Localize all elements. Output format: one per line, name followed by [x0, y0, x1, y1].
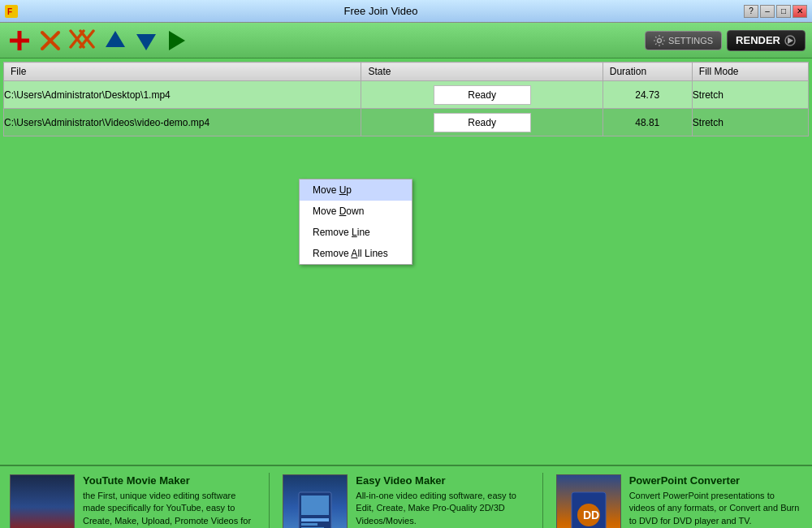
cell-state-2: Ready	[361, 109, 603, 136]
context-menu-item-remove-all-lines[interactable]: Remove All Lines	[300, 243, 412, 264]
cell-duration-2: 48.81	[603, 109, 692, 136]
ad-thumb-easy	[283, 474, 348, 528]
context-menu: Move Up Move Down Remove Line Remove All…	[299, 179, 412, 265]
ad-card-easy[interactable]: Easy Video Maker All-in-one video editin…	[283, 474, 529, 528]
ad-divider-2	[542, 473, 543, 528]
context-menu-item-move-up[interactable]: Move Up	[300, 180, 412, 201]
settings-label: SETTINGS	[668, 36, 713, 45]
cell-duration-1: 24.73	[603, 81, 692, 109]
cell-fillmode-1: Stretch	[692, 81, 808, 109]
settings-button[interactable]: SETTINGS	[645, 31, 722, 50]
ad-desc-easy: All-in-one video editing software, easy …	[356, 490, 529, 528]
ad-title-ppt: PowerPoint Converter	[629, 474, 802, 487]
svg-text:DD: DD	[583, 509, 599, 522]
state-badge-1: Ready	[434, 85, 531, 105]
svg-marker-11	[136, 34, 156, 50]
cell-state-1: Ready	[361, 81, 603, 109]
close-button[interactable]: ✕	[793, 5, 807, 18]
ad-text-youtube: YouTute Movie Maker the First, unique vi…	[83, 474, 256, 528]
svg-marker-10	[106, 31, 125, 47]
ad-text-ppt: PowerPoint Converter Convert PowerPoint …	[629, 474, 802, 528]
ad-card-ppt[interactable]: DD PowerPoint Converter Convert PowerPoi…	[556, 474, 802, 528]
col-header-fillmode: Fill Mode	[692, 63, 808, 81]
state-badge-2: Ready	[434, 113, 531, 132]
ad-thumb-ppt: DD	[556, 474, 621, 528]
svg-text:F: F	[7, 7, 12, 16]
col-header-file: File	[4, 63, 361, 81]
ad-text-easy: Easy Video Maker All-in-one video editin…	[356, 474, 529, 528]
toolbar: SETTINGS RENDER	[0, 23, 812, 58]
context-menu-item-move-down[interactable]: Move Down	[300, 201, 412, 222]
app-icon: F	[5, 5, 18, 18]
svg-point-13	[658, 38, 662, 42]
main-content: File State Duration Fill Mode C:\Users\A…	[0, 58, 812, 465]
svg-rect-16	[301, 496, 329, 515]
svg-rect-18	[301, 523, 317, 526]
col-header-duration: Duration	[603, 63, 692, 81]
render-label: RENDER	[736, 34, 780, 46]
move-up-button[interactable]	[102, 28, 128, 54]
ad-title-youtube: YouTute Movie Maker	[83, 474, 256, 487]
context-menu-item-remove-line[interactable]: Remove Line	[300, 222, 412, 243]
help-button[interactable]: ?	[744, 5, 758, 18]
col-header-state: State	[361, 63, 603, 81]
title-bar: F Free Join Video ? – □ ✕	[0, 0, 812, 23]
minimize-button[interactable]: –	[760, 5, 775, 18]
play-button[interactable]	[164, 28, 190, 54]
svg-rect-17	[301, 518, 329, 522]
render-button[interactable]: RENDER	[727, 30, 806, 51]
ad-section: YOUTUBEMOVIEMAKER YouTute Movie Maker th…	[0, 465, 812, 528]
window-title: Free Join Video	[18, 5, 744, 17]
maximize-button[interactable]: □	[776, 5, 791, 18]
table-row[interactable]: C:\Users\Administrator\Videos\video-demo…	[4, 109, 809, 136]
cell-file-1: C:\Users\Administrator\Desktop\1.mp4	[4, 81, 361, 109]
ad-title-easy: Easy Video Maker	[356, 474, 529, 487]
ad-desc-ppt: Convert PowerPoint presentations to vide…	[629, 490, 802, 528]
ad-card-youtube[interactable]: YOUTUBEMOVIEMAKER YouTute Movie Maker th…	[10, 474, 256, 528]
cell-file-2: C:\Users\Administrator\Videos\video-demo…	[4, 109, 361, 136]
remove-file-button[interactable]	[37, 28, 63, 54]
move-down-button[interactable]	[133, 28, 159, 54]
file-table: File State Duration Fill Mode C:\Users\A…	[3, 62, 809, 136]
window-controls[interactable]: ? – □ ✕	[744, 5, 807, 18]
table-row[interactable]: C:\Users\Administrator\Desktop\1.mp4 Rea…	[4, 81, 809, 109]
ad-desc-youtube: the First, unique video editing software…	[83, 490, 256, 528]
add-file-button[interactable]	[6, 28, 32, 54]
remove-all-button[interactable]	[68, 28, 97, 54]
cell-fillmode-2: Stretch	[692, 109, 808, 136]
ad-divider-1	[269, 473, 270, 528]
svg-marker-12	[169, 31, 185, 50]
ad-thumb-youtube: YOUTUBEMOVIEMAKER	[10, 474, 75, 528]
